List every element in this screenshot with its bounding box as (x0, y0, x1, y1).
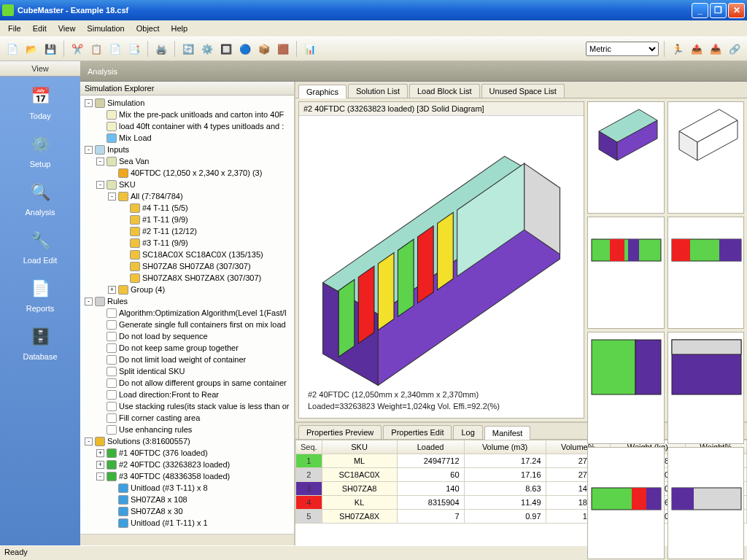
tree-node[interactable]: Unitload (#1 T-11) x 1 (82, 517, 293, 529)
expand-icon[interactable]: - (85, 99, 93, 107)
tree-node[interactable]: -Simulation (82, 97, 293, 109)
tree-node[interactable]: Mix the pre-pack unitloads and carton in… (82, 109, 293, 120)
tree-node[interactable]: -All (7:784/784) (82, 190, 293, 202)
thumb-side1[interactable] (587, 217, 665, 329)
expand-icon[interactable]: + (96, 449, 104, 457)
cut-button[interactable]: ✂️ (69, 41, 85, 57)
tree-node[interactable]: +Group (4) (82, 284, 293, 295)
tree-node[interactable]: +#2 40FTDC (33263823 loaded) (82, 459, 293, 470)
expand-icon[interactable]: - (108, 192, 116, 201)
new-button[interactable]: 📄 (4, 41, 20, 57)
save-button[interactable]: 💾 (42, 41, 58, 57)
tree-node[interactable]: SH07ZA8 x 30 (82, 505, 293, 517)
tree-node[interactable]: load 40ft container with 4 types unitloa… (82, 120, 293, 132)
thumb-front1[interactable] (587, 447, 665, 559)
window-button[interactable]: 🔲 (218, 41, 234, 57)
column-header[interactable]: Volume (m3) (464, 440, 546, 454)
maximize-button[interactable]: ❐ (710, 3, 727, 18)
tab-solution-list[interactable]: Solution List (348, 84, 408, 98)
tree-node[interactable]: Load direction:Front to Rear (82, 389, 293, 400)
tree-node[interactable]: -#3 40FTDC (48336358 loaded) (82, 470, 293, 482)
units-select[interactable]: Metric (586, 42, 659, 56)
column-header[interactable]: SKU (322, 440, 397, 454)
menu-file[interactable]: File (3, 22, 26, 35)
print-button[interactable]: 🖨️ (153, 41, 169, 57)
tree-node[interactable]: Algorithm:Optimization Algorithm(Level 1… (82, 307, 293, 319)
tree-node[interactable]: SC18AC0X SC18AC0X (135/135) (82, 249, 293, 260)
sidebar-item-setup[interactable]: ⚙️Setup (15, 125, 66, 173)
tree-node[interactable]: 40FTDC (12,050 x 2,340 x 2,370) (3) (82, 167, 293, 179)
horizontal-scrollbar[interactable] (80, 534, 294, 545)
tab-properties-edit[interactable]: Properties Edit (383, 425, 452, 439)
tree-node[interactable]: Mix Load (82, 132, 293, 144)
tree-node[interactable]: -Rules (82, 295, 293, 307)
tab-graphics[interactable]: Graphics (298, 85, 347, 98)
tree-node[interactable]: Split identical SKU (82, 365, 293, 377)
copy-button[interactable]: 📋 (88, 41, 104, 57)
tab-load-block-list[interactable]: Load Block List (409, 84, 480, 98)
tree-node[interactable]: Fill corner casting area (82, 412, 293, 424)
menu-edit[interactable]: Edit (28, 22, 52, 35)
tree-view[interactable]: -SimulationMix the pre-pack unitloads an… (80, 96, 294, 534)
tree-node[interactable]: -Sea Van (82, 155, 293, 167)
open-button[interactable]: 📂 (23, 41, 39, 57)
sidebar-item-load-edit[interactable]: 🔧Load Edit (15, 221, 66, 269)
tree-node[interactable]: -Inputs (82, 144, 293, 155)
sidebar-item-today[interactable]: 📅Today (15, 77, 66, 125)
tree-node[interactable]: SH07ZA8X SH07ZA8X (307/307) (82, 272, 293, 284)
close-button[interactable]: ✕ (728, 3, 745, 18)
expand-icon[interactable]: - (85, 146, 93, 154)
column-header[interactable]: Seq. (296, 440, 322, 454)
thumb-side2[interactable] (667, 217, 745, 329)
paste-button[interactable]: 📄 (107, 41, 123, 57)
box-button[interactable]: 🟫 (275, 41, 291, 57)
export3-button[interactable]: 🔗 (727, 41, 743, 57)
tree-node[interactable]: SH07ZA8 SH07ZA8 (307/307) (82, 260, 293, 272)
chart-button[interactable]: 📊 (302, 41, 318, 57)
tree-node[interactable]: Do not keep same group together (82, 342, 293, 354)
tree-node[interactable]: Do not load by sequence (82, 330, 293, 342)
tree-node[interactable]: SH07ZA8 x 108 (82, 494, 293, 505)
expand-icon[interactable]: - (96, 472, 104, 481)
globe-button[interactable]: 🔵 (237, 41, 253, 57)
expand-icon[interactable]: - (96, 181, 104, 189)
thumb-iso[interactable] (587, 101, 665, 214)
sidebar-item-reports[interactable]: 📄Reports (15, 269, 66, 317)
tree-node[interactable]: Generate single full containers first on… (82, 319, 293, 330)
tree-node[interactable]: +#1 40FTDC (376 loaded) (82, 447, 293, 459)
menu-simulation[interactable]: Simulation (82, 22, 129, 35)
export1-button[interactable]: 📤 (689, 41, 705, 57)
sidebar-item-analysis[interactable]: 🔍Analysis (15, 173, 66, 221)
tree-node[interactable]: Use stacking rules(its stack value is le… (82, 400, 293, 412)
tree-node[interactable]: #3 T-11 (9/9) (82, 237, 293, 249)
paste2-button[interactable]: 📑 (126, 41, 142, 57)
tree-node[interactable]: -SKU (82, 179, 293, 190)
thumb-top2[interactable] (667, 332, 745, 444)
menu-object[interactable]: Object (131, 22, 165, 35)
expand-icon[interactable]: + (96, 461, 104, 469)
expand-icon[interactable]: - (96, 158, 104, 166)
units-selector[interactable]: Metric (586, 42, 659, 56)
thumb-front2[interactable] (667, 447, 745, 559)
main-3d-view[interactable]: #2 40FTDC (33263823 loaded) [3D Solid Di… (298, 101, 584, 419)
tab-log[interactable]: Log (453, 425, 482, 439)
export2-button[interactable]: 📥 (708, 41, 724, 57)
minimize-button[interactable]: _ (692, 3, 708, 18)
tab-manifest[interactable]: Manifest (484, 426, 531, 440)
expand-icon[interactable]: + (108, 286, 116, 294)
thumb-top1[interactable] (587, 332, 665, 444)
sidebar-item-database[interactable]: 🗄️Database (15, 317, 66, 365)
run-button[interactable]: 🏃 (670, 41, 686, 57)
tree-node[interactable]: #4 T-11 (5/5) (82, 202, 293, 214)
menu-help[interactable]: Help (166, 22, 193, 35)
settings-button[interactable]: ⚙️ (199, 41, 215, 57)
cube-button[interactable]: 📦 (256, 41, 272, 57)
expand-icon[interactable]: - (85, 438, 93, 446)
menu-view[interactable]: View (53, 22, 81, 35)
refresh-button[interactable]: 🔄 (180, 41, 196, 57)
column-header[interactable]: Loaded (397, 440, 464, 454)
tree-node[interactable]: Use enhancing rules (82, 424, 293, 435)
tab-properties-preview[interactable]: Properties Preview (298, 425, 382, 439)
tree-node[interactable]: #2 T-11 (12/12) (82, 225, 293, 237)
tab-unused-space-list[interactable]: Unused Space List (481, 84, 565, 98)
